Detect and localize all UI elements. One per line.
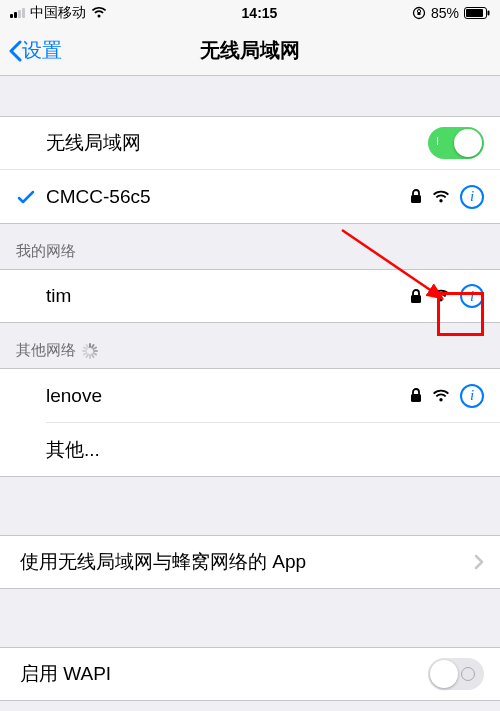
- orientation-lock-icon: [412, 6, 426, 20]
- my-networks-header: 我的网络: [0, 224, 500, 269]
- join-other-network-row[interactable]: 其他...: [0, 423, 500, 477]
- wapi-toggle[interactable]: [428, 658, 484, 690]
- back-label: 设置: [22, 37, 62, 64]
- info-button-tim[interactable]: i: [460, 284, 484, 308]
- other-networks-header: 其他网络: [0, 323, 500, 368]
- back-button[interactable]: 设置: [8, 37, 62, 64]
- chevron-left-icon: [8, 40, 22, 62]
- wifi-icon: [91, 7, 107, 19]
- wapi-label: 启用 WAPI: [20, 661, 428, 687]
- wifi-toggle-label: 无线局域网: [46, 130, 428, 156]
- network-name: tim: [46, 285, 410, 307]
- svg-rect-4: [488, 11, 490, 16]
- status-bar: 中国移动 14:15 85%: [0, 0, 500, 26]
- loading-spinner-icon: [82, 343, 98, 359]
- info-button[interactable]: i: [460, 185, 484, 209]
- join-other-label: 其他...: [46, 437, 484, 463]
- lock-icon: [410, 289, 422, 304]
- wifi-toggle-row: 无线局域网 I: [0, 116, 500, 170]
- carrier-label: 中国移动: [30, 4, 86, 22]
- cellular-signal-icon: [10, 8, 25, 18]
- svg-rect-3: [466, 9, 483, 17]
- svg-rect-5: [411, 195, 421, 203]
- wifi-signal-icon: [432, 190, 450, 204]
- wifi-toggle[interactable]: I: [428, 127, 484, 159]
- info-button[interactable]: i: [460, 384, 484, 408]
- svg-rect-6: [411, 295, 421, 303]
- chevron-right-icon: [474, 554, 484, 570]
- apps-wlan-cellular-row[interactable]: 使用无线局域网与蜂窝网络的 App: [0, 535, 500, 589]
- network-row-lenove[interactable]: lenove i: [0, 368, 500, 422]
- lock-icon: [410, 189, 422, 204]
- connected-network-name: CMCC-56c5: [46, 186, 410, 208]
- network-row-tim[interactable]: tim i: [0, 269, 500, 323]
- clock: 14:15: [242, 5, 278, 21]
- wifi-signal-icon: [432, 289, 450, 303]
- page-title: 无线局域网: [200, 37, 300, 64]
- status-right: 85%: [412, 5, 490, 21]
- apps-wlan-label: 使用无线局域网与蜂窝网络的 App: [20, 549, 474, 575]
- svg-rect-7: [411, 394, 421, 402]
- status-left: 中国移动: [10, 4, 107, 22]
- svg-rect-1: [417, 12, 420, 15]
- connected-network-row[interactable]: CMCC-56c5 i: [0, 170, 500, 224]
- wifi-signal-icon: [432, 389, 450, 403]
- nav-bar: 设置 无线局域网: [0, 26, 500, 76]
- battery-icon: [464, 7, 490, 19]
- lock-icon: [410, 388, 422, 403]
- checkmark-icon: [16, 187, 36, 207]
- wapi-row: 启用 WAPI: [0, 647, 500, 701]
- network-name: lenove: [46, 385, 410, 407]
- battery-percent: 85%: [431, 5, 459, 21]
